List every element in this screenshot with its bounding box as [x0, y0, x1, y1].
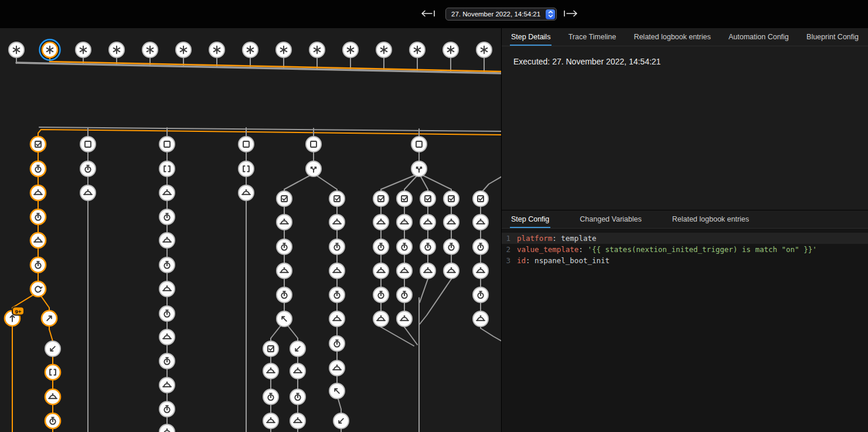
graph-node-delay[interactable] — [420, 239, 435, 254]
graph-node-arrow-nw[interactable] — [277, 311, 292, 326]
graph-node-delay[interactable] — [329, 287, 345, 302]
next-trace-button[interactable] — [561, 8, 579, 21]
graph-node-service[interactable] — [420, 263, 435, 278]
graph-node-trigger[interactable] — [209, 42, 224, 57]
graph-node-trigger[interactable] — [343, 42, 358, 57]
graph-node-condition-on[interactable] — [373, 191, 389, 206]
graph-node-service[interactable] — [397, 263, 412, 278]
graph-node-trigger[interactable] — [76, 42, 91, 57]
graph-node-service[interactable] — [373, 263, 389, 278]
graph-node-brackets[interactable] — [159, 161, 175, 176]
graph-node-service[interactable] — [373, 311, 389, 326]
graph-node-arrow-nw[interactable] — [329, 383, 345, 399]
graph-node-service[interactable] — [329, 263, 345, 278]
automation-trace-graph-area[interactable]: 9+ — [0, 28, 501, 432]
graph-node-service[interactable] — [290, 363, 305, 379]
graph-node-delay[interactable] — [45, 413, 60, 428]
graph-node-condition-on[interactable] — [473, 191, 488, 206]
graph-node-arrow-sw[interactable] — [45, 341, 60, 356]
graph-node-trigger[interactable] — [276, 42, 291, 57]
graph-node-trigger[interactable] — [40, 40, 60, 60]
graph-node-service[interactable] — [397, 215, 412, 230]
config-tab-related-logbook-entries[interactable]: Related logbook entries — [671, 210, 750, 228]
graph-node-delay[interactable] — [397, 239, 412, 254]
graph-node-delay[interactable] — [329, 336, 345, 351]
graph-node-delay[interactable] — [159, 402, 175, 417]
graph-node-service[interactable] — [80, 185, 96, 200]
graph-node-condition-on[interactable] — [30, 137, 46, 152]
graph-node-delay[interactable] — [263, 389, 278, 404]
graph-node-condition-on[interactable] — [277, 191, 292, 206]
graph-node-delay[interactable] — [444, 239, 459, 254]
graph-node-service[interactable] — [473, 263, 488, 278]
graph-node-delay[interactable] — [277, 239, 292, 254]
graph-node-trigger[interactable] — [243, 42, 258, 57]
graph-node-delay[interactable] — [290, 389, 305, 404]
graph-node-service[interactable] — [263, 363, 278, 379]
graph-node-service[interactable] — [30, 185, 46, 200]
graph-node-service[interactable] — [473, 215, 488, 230]
graph-node-service[interactable] — [30, 233, 46, 248]
graph-node-condition-on[interactable] — [329, 191, 345, 206]
graph-node-delay[interactable] — [159, 353, 175, 369]
graph-node-trigger[interactable] — [109, 42, 124, 57]
graph-node-condition-off[interactable] — [411, 137, 427, 152]
graph-node-condition-off[interactable] — [306, 137, 321, 152]
graph-node-delay[interactable] — [373, 287, 389, 302]
trace-timestamp-select[interactable]: 27. November 2022, 14:54:21 — [445, 8, 557, 21]
code-editor[interactable]: 1platform: template2value_template: '{{ … — [502, 229, 868, 432]
graph-node-arrow-ne[interactable] — [42, 311, 57, 326]
graph-node-choose[interactable] — [411, 161, 427, 176]
graph-node-condition-on[interactable] — [444, 191, 459, 206]
graph-node-repeat[interactable] — [30, 281, 46, 297]
graph-node-trigger[interactable] — [9, 42, 24, 57]
graph-node-arrow-sw[interactable] — [333, 413, 349, 428]
graph-node-service[interactable] — [329, 311, 345, 326]
details-tab-step-details[interactable]: Step Details — [510, 28, 552, 46]
graph-node-delay[interactable] — [80, 161, 96, 176]
graph-node-service[interactable] — [329, 215, 345, 230]
graph-node-trigger[interactable] — [376, 42, 392, 57]
config-tab-changed-variables[interactable]: Changed Variables — [578, 210, 642, 228]
graph-node-service[interactable] — [473, 311, 488, 326]
graph-node-delay[interactable] — [397, 287, 412, 302]
graph-node-delay[interactable] — [329, 239, 345, 254]
graph-node-delay[interactable] — [159, 306, 175, 321]
graph-node-service[interactable] — [397, 311, 412, 326]
graph-node-trigger[interactable] — [443, 42, 458, 57]
graph-node-condition-on[interactable] — [420, 191, 435, 206]
graph-node-delay[interactable] — [373, 239, 389, 254]
graph-node-service[interactable] — [45, 389, 60, 404]
graph-node-delay[interactable] — [30, 257, 46, 273]
graph-node-delay[interactable] — [473, 287, 488, 302]
graph-node-brackets[interactable] — [239, 161, 254, 176]
automation-trace-graph[interactable]: 9+ — [0, 28, 501, 432]
graph-node-condition-off[interactable] — [239, 137, 254, 152]
graph-node-service[interactable] — [277, 215, 292, 230]
graph-node-condition-on[interactable] — [397, 191, 412, 206]
details-tab-trace-timeline[interactable]: Trace Timeline — [567, 28, 618, 46]
graph-node-service[interactable] — [444, 263, 459, 278]
graph-node-service[interactable] — [373, 215, 389, 230]
graph-node-arrow-sw[interactable] — [290, 341, 305, 356]
graph-node-condition-off[interactable] — [80, 137, 96, 152]
graph-node-trigger[interactable] — [142, 42, 158, 57]
graph-node-service[interactable] — [420, 215, 435, 230]
graph-node-service[interactable] — [277, 263, 292, 278]
graph-node-condition-on[interactable] — [263, 341, 278, 356]
details-tab-blueprint-config[interactable]: Blueprint Config — [805, 28, 860, 46]
graph-node-delay[interactable] — [277, 287, 292, 302]
graph-node-brackets[interactable] — [45, 365, 60, 380]
graph-node-service[interactable] — [444, 215, 459, 230]
graph-node-service[interactable] — [159, 233, 175, 248]
graph-node-condition-off[interactable] — [159, 137, 175, 152]
graph-node-trigger[interactable] — [410, 42, 425, 57]
graph-node-delay[interactable] — [473, 239, 488, 254]
graph-node-service[interactable] — [159, 185, 175, 200]
config-tab-step-config[interactable]: Step Config — [510, 210, 550, 228]
graph-node-service[interactable] — [290, 413, 305, 428]
graph-node-service[interactable] — [263, 413, 278, 428]
details-tab-automation-config[interactable]: Automation Config — [727, 28, 790, 46]
previous-trace-button[interactable] — [420, 8, 437, 21]
graph-node-service[interactable] — [239, 185, 254, 200]
